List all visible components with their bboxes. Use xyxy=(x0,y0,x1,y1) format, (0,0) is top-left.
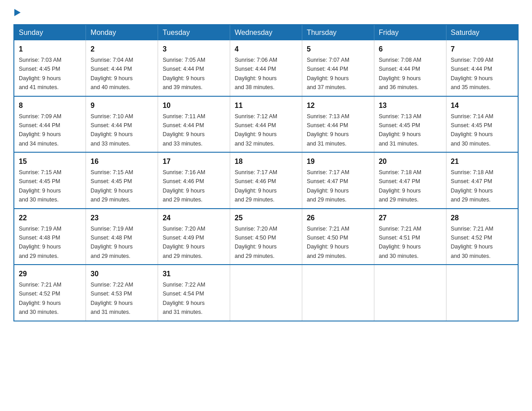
day-info: Sunrise: 7:20 AMSunset: 4:50 PMDaylight:… xyxy=(235,226,277,259)
calendar-day-cell: 30 Sunrise: 7:22 AMSunset: 4:53 PMDaylig… xyxy=(86,265,158,321)
day-info: Sunrise: 7:08 AMSunset: 4:44 PMDaylight:… xyxy=(379,57,421,90)
day-number: 3 xyxy=(163,44,225,55)
day-number: 25 xyxy=(235,213,297,223)
calendar-week-row: 22 Sunrise: 7:19 AMSunset: 4:48 PMDaylig… xyxy=(14,209,518,265)
calendar-day-cell: 16 Sunrise: 7:15 AMSunset: 4:45 PMDaylig… xyxy=(86,152,158,209)
calendar-day-cell: 20 Sunrise: 7:18 AMSunset: 4:47 PMDaylig… xyxy=(374,152,446,209)
day-info: Sunrise: 7:16 AMSunset: 4:46 PMDaylight:… xyxy=(163,169,205,203)
day-info: Sunrise: 7:05 AMSunset: 4:44 PMDaylight:… xyxy=(163,57,205,90)
calendar-day-cell: 7 Sunrise: 7:09 AMSunset: 4:44 PMDayligh… xyxy=(446,40,518,96)
weekday-header-saturday: Saturday xyxy=(446,25,518,40)
day-number: 21 xyxy=(451,156,513,167)
calendar-day-cell: 25 Sunrise: 7:20 AMSunset: 4:50 PMDaylig… xyxy=(230,209,302,265)
calendar-day-cell: 22 Sunrise: 7:19 AMSunset: 4:48 PMDaylig… xyxy=(14,209,86,265)
calendar-day-cell: 18 Sunrise: 7:17 AMSunset: 4:46 PMDaylig… xyxy=(230,152,302,209)
day-number: 1 xyxy=(19,44,81,55)
calendar-table: SundayMondayTuesdayWednesdayThursdayFrid… xyxy=(13,24,519,321)
day-number: 31 xyxy=(163,269,225,279)
calendar-day-cell: 31 Sunrise: 7:22 AMSunset: 4:54 PMDaylig… xyxy=(158,265,230,321)
calendar-day-cell: 28 Sunrise: 7:21 AMSunset: 4:52 PMDaylig… xyxy=(446,209,518,265)
day-number: 9 xyxy=(90,100,153,111)
day-number: 10 xyxy=(163,100,225,111)
day-number: 4 xyxy=(235,44,297,55)
calendar-week-row: 29 Sunrise: 7:21 AMSunset: 4:52 PMDaylig… xyxy=(14,265,518,321)
calendar-day-cell: 14 Sunrise: 7:14 AMSunset: 4:45 PMDaylig… xyxy=(446,96,518,153)
day-number: 20 xyxy=(379,156,442,167)
calendar-day-cell: 5 Sunrise: 7:07 AMSunset: 4:44 PMDayligh… xyxy=(302,40,374,96)
day-info: Sunrise: 7:18 AMSunset: 4:47 PMDaylight:… xyxy=(451,169,493,203)
logo xyxy=(13,9,21,16)
calendar-day-cell: 9 Sunrise: 7:10 AMSunset: 4:44 PMDayligh… xyxy=(86,96,158,153)
day-number: 23 xyxy=(90,213,153,223)
day-number: 7 xyxy=(451,44,513,55)
calendar-day-cell: 10 Sunrise: 7:11 AMSunset: 4:44 PMDaylig… xyxy=(158,96,230,153)
day-info: Sunrise: 7:20 AMSunset: 4:49 PMDaylight:… xyxy=(163,226,205,259)
day-info: Sunrise: 7:06 AMSunset: 4:44 PMDaylight:… xyxy=(235,57,277,90)
day-number: 17 xyxy=(163,156,225,167)
calendar-day-cell: 26 Sunrise: 7:21 AMSunset: 4:50 PMDaylig… xyxy=(302,209,374,265)
day-number: 14 xyxy=(451,100,513,111)
day-info: Sunrise: 7:21 AMSunset: 4:50 PMDaylight:… xyxy=(307,226,349,259)
day-number: 18 xyxy=(235,156,297,167)
day-number: 29 xyxy=(19,269,81,279)
calendar-week-row: 8 Sunrise: 7:09 AMSunset: 4:44 PMDayligh… xyxy=(14,96,518,153)
day-number: 5 xyxy=(307,44,369,55)
weekday-header-row: SundayMondayTuesdayWednesdayThursdayFrid… xyxy=(14,25,518,40)
weekday-header-wednesday: Wednesday xyxy=(230,25,302,40)
day-info: Sunrise: 7:17 AMSunset: 4:46 PMDaylight:… xyxy=(235,169,277,203)
day-number: 6 xyxy=(379,44,442,55)
logo-top xyxy=(13,9,21,16)
day-info: Sunrise: 7:04 AMSunset: 4:44 PMDaylight:… xyxy=(90,57,133,90)
weekday-header-friday: Friday xyxy=(374,25,446,40)
calendar-day-cell: 4 Sunrise: 7:06 AMSunset: 4:44 PMDayligh… xyxy=(230,40,302,96)
calendar-day-cell: 29 Sunrise: 7:21 AMSunset: 4:52 PMDaylig… xyxy=(14,265,86,321)
day-number: 19 xyxy=(307,156,369,167)
day-info: Sunrise: 7:15 AMSunset: 4:45 PMDaylight:… xyxy=(19,169,61,203)
day-info: Sunrise: 7:12 AMSunset: 4:44 PMDaylight:… xyxy=(235,113,277,147)
calendar-day-cell: 23 Sunrise: 7:19 AMSunset: 4:48 PMDaylig… xyxy=(86,209,158,265)
calendar-day-cell: 2 Sunrise: 7:04 AMSunset: 4:44 PMDayligh… xyxy=(86,40,158,96)
day-info: Sunrise: 7:11 AMSunset: 4:44 PMDaylight:… xyxy=(163,113,205,147)
day-info: Sunrise: 7:13 AMSunset: 4:44 PMDaylight:… xyxy=(307,113,349,147)
day-info: Sunrise: 7:22 AMSunset: 4:53 PMDaylight:… xyxy=(90,282,133,315)
day-info: Sunrise: 7:18 AMSunset: 4:47 PMDaylight:… xyxy=(379,169,421,203)
logo-arrow-icon xyxy=(14,9,21,16)
day-info: Sunrise: 7:09 AMSunset: 4:44 PMDaylight:… xyxy=(19,113,61,147)
day-number: 30 xyxy=(90,269,153,279)
calendar-day-cell: 11 Sunrise: 7:12 AMSunset: 4:44 PMDaylig… xyxy=(230,96,302,153)
day-info: Sunrise: 7:10 AMSunset: 4:44 PMDaylight:… xyxy=(90,113,133,147)
day-info: Sunrise: 7:15 AMSunset: 4:45 PMDaylight:… xyxy=(90,169,133,203)
calendar-day-cell xyxy=(302,265,374,321)
day-info: Sunrise: 7:19 AMSunset: 4:48 PMDaylight:… xyxy=(19,226,61,259)
weekday-header-monday: Monday xyxy=(86,25,158,40)
calendar-week-row: 15 Sunrise: 7:15 AMSunset: 4:45 PMDaylig… xyxy=(14,152,518,209)
day-number: 24 xyxy=(163,213,225,223)
calendar-day-cell: 21 Sunrise: 7:18 AMSunset: 4:47 PMDaylig… xyxy=(446,152,518,209)
calendar-day-cell xyxy=(446,265,518,321)
day-info: Sunrise: 7:22 AMSunset: 4:54 PMDaylight:… xyxy=(163,282,205,315)
calendar-day-cell: 27 Sunrise: 7:21 AMSunset: 4:51 PMDaylig… xyxy=(374,209,446,265)
day-info: Sunrise: 7:07 AMSunset: 4:44 PMDaylight:… xyxy=(307,57,349,90)
calendar-day-cell xyxy=(374,265,446,321)
day-info: Sunrise: 7:21 AMSunset: 4:52 PMDaylight:… xyxy=(19,282,61,315)
day-number: 12 xyxy=(307,100,369,111)
day-number: 2 xyxy=(90,44,153,55)
day-number: 8 xyxy=(19,100,81,111)
day-number: 27 xyxy=(379,213,442,223)
calendar-day-cell: 12 Sunrise: 7:13 AMSunset: 4:44 PMDaylig… xyxy=(302,96,374,153)
day-info: Sunrise: 7:09 AMSunset: 4:44 PMDaylight:… xyxy=(451,57,493,90)
calendar-week-row: 1 Sunrise: 7:03 AMSunset: 4:45 PMDayligh… xyxy=(14,40,518,96)
weekday-header-tuesday: Tuesday xyxy=(158,25,230,40)
day-number: 16 xyxy=(90,156,153,167)
page-header xyxy=(13,9,519,16)
day-number: 28 xyxy=(451,213,513,223)
calendar-day-cell: 3 Sunrise: 7:05 AMSunset: 4:44 PMDayligh… xyxy=(158,40,230,96)
day-info: Sunrise: 7:14 AMSunset: 4:45 PMDaylight:… xyxy=(451,113,493,147)
day-number: 22 xyxy=(19,213,81,223)
day-info: Sunrise: 7:21 AMSunset: 4:52 PMDaylight:… xyxy=(451,226,493,259)
calendar-day-cell: 8 Sunrise: 7:09 AMSunset: 4:44 PMDayligh… xyxy=(14,96,86,153)
day-info: Sunrise: 7:21 AMSunset: 4:51 PMDaylight:… xyxy=(379,226,421,259)
calendar-day-cell: 1 Sunrise: 7:03 AMSunset: 4:45 PMDayligh… xyxy=(14,40,86,96)
day-info: Sunrise: 7:13 AMSunset: 4:45 PMDaylight:… xyxy=(379,113,421,147)
day-number: 26 xyxy=(307,213,369,223)
